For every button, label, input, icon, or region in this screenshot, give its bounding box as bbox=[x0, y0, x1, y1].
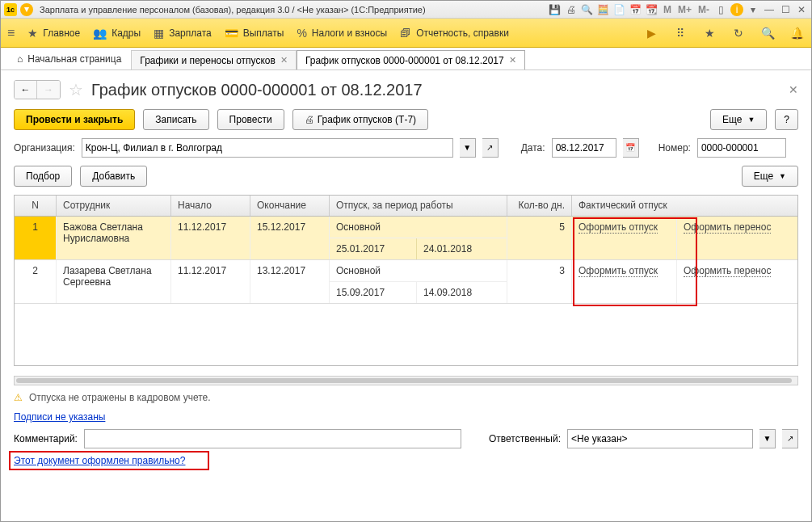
menu-icon[interactable]: ≡ bbox=[7, 26, 15, 40]
memory-mminus[interactable]: M- bbox=[696, 4, 711, 15]
calc-icon[interactable]: 🧮 bbox=[597, 3, 610, 16]
apps-icon[interactable]: ⠿ bbox=[672, 27, 688, 40]
history-icon[interactable]: ↻ bbox=[730, 27, 747, 40]
maximize-icon[interactable]: ☐ bbox=[779, 3, 792, 16]
nav-payments-label: Выплаты bbox=[243, 27, 284, 39]
page-header-row: ← → ☆ График отпусков 0000-000001 от 08.… bbox=[14, 80, 798, 99]
col-factual[interactable]: Фактический отпуск bbox=[572, 196, 797, 216]
report-icon: 🗊 bbox=[400, 27, 411, 40]
tab-home[interactable]: ⌂ Начальная страница bbox=[7, 48, 131, 69]
calendar-icon[interactable]: 📅 bbox=[629, 3, 642, 16]
col-days[interactable]: Кол-во дн. bbox=[507, 196, 572, 216]
org-input[interactable] bbox=[86, 139, 449, 157]
people-icon: 👥 bbox=[93, 27, 107, 40]
search-icon[interactable]: 🔍 bbox=[759, 27, 776, 40]
app-dropdown-icon[interactable]: ▾ bbox=[20, 3, 33, 16]
footer: Подписи не указаны Комментарий: Ответств… bbox=[1, 406, 811, 478]
favorites-icon[interactable]: ★ bbox=[701, 27, 717, 40]
close-page-icon[interactable]: ✕ bbox=[789, 83, 798, 96]
comment-input[interactable] bbox=[88, 430, 457, 448]
doc-check-link[interactable]: Этот документ оформлен правильно? bbox=[14, 455, 185, 466]
memory-m[interactable]: M bbox=[662, 4, 673, 15]
sheet-icon[interactable]: 📄 bbox=[613, 3, 626, 16]
num-input[interactable] bbox=[701, 139, 782, 157]
tab-close-icon[interactable]: ✕ bbox=[509, 55, 516, 65]
tab-schedules[interactable]: Графики и переносы отпусков ✕ bbox=[131, 50, 297, 69]
nav-hr[interactable]: 👥Кадры bbox=[93, 27, 141, 40]
cell-period: 15.09.2017 14.09.2018 bbox=[330, 281, 507, 303]
print-t7-button[interactable]: 🖨График отпусков (Т-7) bbox=[292, 109, 428, 130]
table-row[interactable]: 2 Лазарева Светлана Сергеевна 11.12.2017… bbox=[15, 260, 797, 304]
cell-days: 3 bbox=[507, 260, 572, 303]
nav-taxes[interactable]: %Налоги и взносы bbox=[297, 27, 387, 40]
signatures-row: Подписи не указаны bbox=[14, 411, 798, 423]
responsible-open-icon[interactable]: ↗ bbox=[782, 429, 798, 448]
horizontal-scrollbar[interactable] bbox=[14, 376, 798, 385]
info-dd-icon[interactable]: ▾ bbox=[747, 3, 759, 16]
memory-mplus[interactable]: M+ bbox=[676, 4, 693, 15]
panel-icon[interactable]: ▯ bbox=[714, 3, 727, 16]
responsible-label: Ответственный: bbox=[489, 433, 561, 444]
grid-icon: ▦ bbox=[154, 27, 164, 40]
bell-icon[interactable]: 🔔 bbox=[789, 27, 805, 40]
col-employee[interactable]: Сотрудник bbox=[57, 196, 171, 216]
col-n[interactable]: N bbox=[15, 196, 57, 216]
nav-main[interactable]: ★Главное bbox=[27, 27, 80, 40]
toolbar-arrow-icon[interactable]: ▶ bbox=[643, 27, 659, 40]
nav-reports[interactable]: 🗊Отчетность, справки bbox=[400, 27, 509, 40]
org-dropdown-icon[interactable]: ▼ bbox=[460, 138, 476, 158]
table-row[interactable]: 1 Бажова Светлана Нурисламовна 11.12.201… bbox=[15, 217, 797, 260]
tab-document[interactable]: График отпусков 0000-000001 от 08.12.201… bbox=[297, 50, 525, 69]
print-icon[interactable]: 🖨 bbox=[565, 3, 578, 16]
tab-home-label: Начальная страница bbox=[27, 53, 121, 65]
table-header: N Сотрудник Начало Окончание Отпуск, за … bbox=[15, 196, 797, 217]
cell-end: 15.12.2017 bbox=[250, 217, 330, 259]
date-picker-icon[interactable]: 📅 bbox=[623, 138, 639, 158]
warning-row: ⚠ Отпуска не отражены в кадровом учете. bbox=[1, 389, 811, 406]
org-input-wrap bbox=[82, 138, 453, 158]
pick-button[interactable]: Подбор bbox=[14, 166, 72, 187]
save-button[interactable]: Записать bbox=[143, 109, 208, 130]
minimize-icon[interactable]: — bbox=[763, 3, 776, 16]
post-button[interactable]: Провести bbox=[217, 109, 284, 130]
col-vacation[interactable]: Отпуск, за период работы bbox=[330, 196, 507, 216]
star-icon: ★ bbox=[27, 27, 38, 40]
close-window-icon[interactable]: ✕ bbox=[795, 3, 808, 16]
help-button[interactable]: ? bbox=[775, 109, 798, 130]
make-vacation-link[interactable]: Оформить отпуск bbox=[578, 265, 658, 277]
col-end[interactable]: Окончание bbox=[250, 196, 330, 216]
favorite-star-icon[interactable]: ☆ bbox=[69, 80, 83, 99]
cell-employee: Лазарева Светлана Сергеевна bbox=[57, 260, 171, 303]
org-open-icon[interactable]: ↗ bbox=[482, 138, 499, 158]
signatures-link[interactable]: Подписи не указаны bbox=[14, 411, 105, 423]
make-transfer-link[interactable]: Оформить перенос bbox=[684, 265, 771, 277]
chevron-down-icon: ▼ bbox=[747, 116, 755, 124]
date-icon[interactable]: 📆 bbox=[646, 3, 658, 16]
scrollbar-thumb[interactable] bbox=[16, 378, 792, 383]
nav-hr-label: Кадры bbox=[111, 27, 141, 39]
nav-forward-button[interactable]: → bbox=[37, 81, 60, 99]
info-icon[interactable]: i bbox=[730, 3, 743, 16]
tab-document-label: График отпусков 0000-000001 от 08.12.201… bbox=[305, 55, 504, 66]
table-more-button[interactable]: Еще▼ bbox=[742, 166, 798, 187]
cell-n: 1 bbox=[15, 217, 57, 259]
action-bar: Провести и закрыть Записать Провести 🖨Гр… bbox=[14, 109, 798, 130]
nav-payments[interactable]: 💳Выплаты bbox=[225, 27, 284, 40]
tab-close-icon[interactable]: ✕ bbox=[280, 55, 288, 65]
responsible-dropdown-icon[interactable]: ▼ bbox=[759, 429, 776, 448]
save-icon[interactable]: 💾 bbox=[549, 3, 562, 16]
nav-back-button[interactable]: ← bbox=[15, 81, 37, 99]
col-start[interactable]: Начало bbox=[171, 196, 250, 216]
cell-action2: Оформить перенос bbox=[677, 260, 797, 303]
post-and-close-button[interactable]: Провести и закрыть bbox=[14, 109, 135, 130]
main-toolbar: ≡ ★Главное 👥Кадры ▦Зарплата 💳Выплаты %На… bbox=[1, 19, 811, 48]
responsible-input[interactable] bbox=[571, 430, 749, 448]
cell-vac-type: Основной bbox=[330, 217, 507, 238]
date-input[interactable] bbox=[556, 139, 612, 157]
compare-icon[interactable]: 🔍 bbox=[581, 3, 594, 16]
make-transfer-link[interactable]: Оформить перенос bbox=[684, 221, 771, 234]
nav-salary[interactable]: ▦Зарплата bbox=[154, 27, 212, 40]
more-button[interactable]: Еще▼ bbox=[710, 109, 767, 130]
make-vacation-link[interactable]: Оформить отпуск bbox=[578, 221, 658, 234]
add-button[interactable]: Добавить bbox=[80, 166, 147, 187]
